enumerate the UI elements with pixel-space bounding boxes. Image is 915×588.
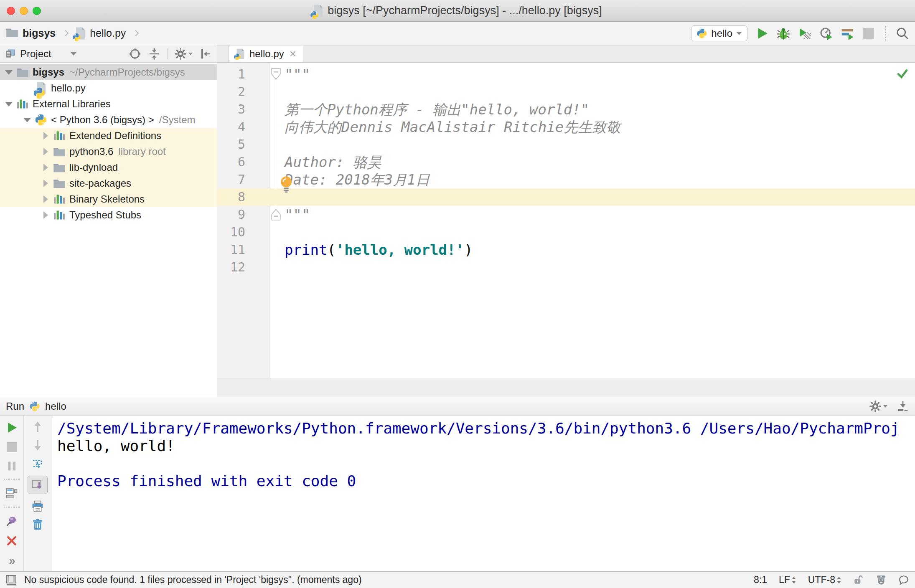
tree-item-bigsys[interactable]: bigsys~/PycharmProjects/bigsys (0, 64, 217, 80)
rerun-button[interactable] (5, 421, 18, 434)
hector-inspector-icon[interactable] (876, 575, 887, 585)
editor-hscrollbar-track[interactable] (217, 378, 915, 397)
tree-item-python-3-6-bigsys[interactable]: < Python 3.6 (bigsys) >/System (0, 112, 217, 128)
locate-file-icon[interactable] (129, 48, 141, 60)
code-line-10[interactable]: 10 (217, 223, 915, 241)
line-ending-select[interactable]: LF (779, 574, 796, 585)
tree-item-typeshed-stubs[interactable]: Typeshed Stubs (0, 207, 217, 223)
breadcrumb-file[interactable]: hello.py (90, 27, 126, 39)
fold-end-marker-icon[interactable] (269, 206, 285, 223)
close-console-button[interactable] (5, 535, 18, 547)
encoding-select[interactable]: UTF-8 (808, 574, 841, 585)
debug-button[interactable] (777, 27, 790, 40)
restore-layout-button[interactable] (5, 487, 18, 499)
code-line-6[interactable]: 6Author: 骆昊 (217, 153, 915, 171)
inspection-ok-icon[interactable] (897, 68, 908, 81)
tree-expand-arrow-icon[interactable] (39, 180, 52, 187)
folder-icon (53, 177, 66, 190)
project-tree: bigsys~/PycharmProjects/bigsyshello.pyEx… (0, 63, 217, 397)
code-line-7[interactable]: 7Date: 2018年3月1日 (217, 171, 915, 188)
line-number[interactable]: 12 (217, 259, 269, 276)
code-line-2[interactable]: 2 (217, 83, 915, 101)
code-line-9[interactable]: 9""" (217, 206, 915, 223)
clear-console-icon[interactable] (31, 518, 44, 531)
line-number[interactable]: 8 (217, 188, 269, 206)
concurrency-diagram-button[interactable] (841, 27, 854, 40)
chevron-down-icon[interactable] (71, 52, 76, 56)
search-everywhere-icon[interactable] (896, 27, 909, 40)
run-configuration-select[interactable]: hello (691, 25, 747, 41)
minimize-window-button[interactable] (20, 7, 28, 15)
tree-item-extended-definitions[interactable]: Extended Definitions (0, 128, 217, 144)
panel-settings-button[interactable] (174, 48, 193, 60)
tree-item-hello-py[interactable]: hello.py (0, 80, 217, 96)
hide-panel-icon[interactable] (199, 48, 212, 60)
print-icon[interactable] (31, 500, 44, 512)
tree-expand-arrow-icon[interactable] (39, 148, 52, 155)
run-button[interactable] (755, 27, 769, 40)
run-panel-title[interactable]: Run (6, 400, 24, 412)
project-panel-title[interactable]: Project (20, 48, 51, 60)
code-line-3[interactable]: 3第一个Python程序 - 输出"hello, world!" (217, 101, 915, 118)
tree-collapse-arrow-icon[interactable] (3, 102, 15, 106)
tree-item-lib-dynload[interactable]: lib-dynload (0, 160, 217, 175)
line-number[interactable]: 2 (217, 83, 269, 101)
console-line: /System/Library/Frameworks/Python.framew… (57, 420, 915, 437)
code-line-11[interactable]: 11print('hello, world!') (217, 241, 915, 259)
line-number[interactable]: 4 (217, 118, 269, 136)
scroll-to-end-toggle[interactable] (28, 476, 48, 494)
library-icon (53, 193, 66, 206)
line-number[interactable]: 5 (217, 136, 269, 153)
run-with-coverage-button[interactable] (798, 27, 811, 40)
breadcrumb-project[interactable]: bigsys (23, 27, 56, 39)
line-number[interactable]: 3 (217, 101, 269, 118)
soft-wrap-icon[interactable] (31, 457, 44, 470)
tree-item-binary-skeletons[interactable]: Binary Skeletons (0, 191, 217, 207)
profiler-button[interactable] (819, 27, 833, 40)
console-output[interactable]: /System/Library/Frameworks/Python.framew… (51, 416, 915, 571)
console-settings-button[interactable] (869, 400, 887, 413)
run-tab-config-name[interactable]: hello (45, 400, 66, 412)
close-window-button[interactable] (7, 7, 15, 15)
fold-start-marker-icon[interactable] (269, 66, 285, 83)
tree-expand-arrow-icon[interactable] (39, 132, 52, 139)
hide-panel-down-icon[interactable] (897, 400, 909, 413)
line-number[interactable]: 7 (217, 171, 269, 188)
pin-tab-button[interactable] (5, 515, 18, 527)
toggle-toolwindows-icon[interactable] (6, 575, 17, 585)
zoom-window-button[interactable] (33, 7, 41, 15)
code-line-1[interactable]: 1""" (217, 66, 915, 83)
unlock-icon[interactable] (853, 575, 864, 585)
tree-expand-arrow-icon[interactable] (39, 211, 52, 219)
tree-collapse-arrow-icon[interactable] (21, 118, 33, 122)
code-line-5[interactable]: 5 (217, 136, 915, 153)
tab-close-icon[interactable]: × (290, 48, 296, 60)
window-controls (7, 7, 41, 15)
code-line-4[interactable]: 4向伟大的Dennis MacAlistair Ritchie先生致敬 (217, 118, 915, 136)
code-line-12[interactable]: 12 (217, 259, 915, 276)
line-number[interactable]: 10 (217, 223, 269, 241)
tab-hello-py[interactable]: hello.py × (228, 46, 303, 62)
console-line (57, 455, 915, 472)
caret-position[interactable]: 8:1 (754, 574, 767, 585)
chevron-down-icon (736, 32, 742, 35)
tree-item-python3-6[interactable]: python3.6library root (0, 144, 217, 160)
tree-collapse-arrow-icon[interactable] (3, 70, 15, 75)
code-line-8[interactable]: 8 (217, 188, 915, 206)
tree-expand-arrow-icon[interactable] (39, 195, 52, 203)
line-number[interactable]: 6 (217, 153, 269, 171)
more-actions-icon[interactable]: » (9, 554, 15, 568)
line-number[interactable]: 11 (217, 241, 269, 259)
fold-column (269, 153, 285, 171)
code-editor[interactable]: 1"""23第一个Python程序 - 输出"hello, world!"4向伟… (217, 63, 915, 378)
status-message[interactable]: No suspicious code found. 1 files proces… (24, 574, 362, 585)
event-log-bubble-icon[interactable] (898, 575, 909, 585)
tree-item-site-packages[interactable]: site-packages (0, 175, 217, 191)
line-number[interactable]: 1 (217, 66, 269, 83)
intention-bulb-icon[interactable] (279, 176, 293, 193)
run-toolbar-left: » (0, 416, 24, 571)
next-occurrence-icon (31, 439, 44, 451)
tree-expand-arrow-icon[interactable] (39, 164, 52, 171)
line-number[interactable]: 9 (217, 206, 269, 223)
collapse-all-icon[interactable] (148, 48, 160, 60)
